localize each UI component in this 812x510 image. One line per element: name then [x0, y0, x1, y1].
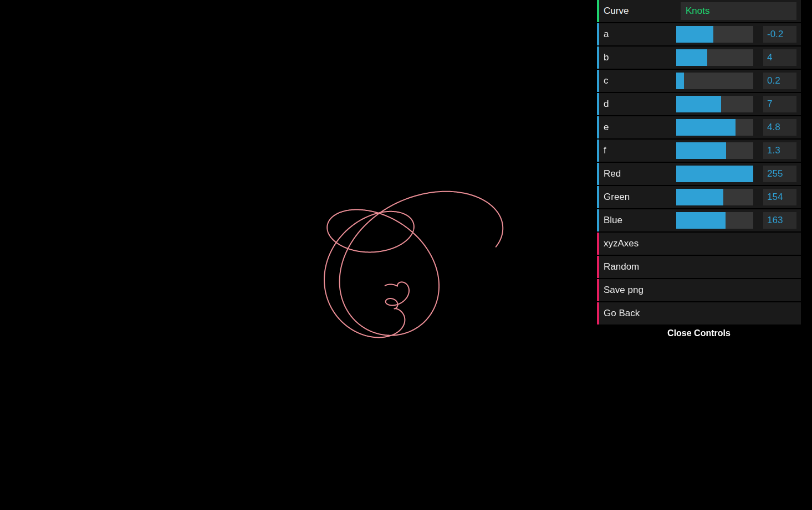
slider-row-c: c 0.2 — [597, 70, 801, 92]
slider-b[interactable] — [676, 49, 753, 66]
slider-f[interactable] — [676, 142, 753, 159]
slider-fill — [676, 49, 707, 66]
curve-row: Curve Knots — [597, 0, 801, 22]
slider-label-b: b — [604, 52, 676, 63]
xyzaxes-button[interactable]: xyzAxes — [597, 233, 801, 255]
slider-label-c: c — [604, 75, 676, 86]
slider-label-red: Red — [604, 168, 676, 179]
xyzaxes-button-label: xyzAxes — [604, 238, 676, 249]
controls-panel: Curve Knots a -0.2 b 4 c 0.2 d 7 e 4.8 f… — [597, 0, 801, 341]
value-field-a[interactable]: -0.2 — [763, 26, 796, 43]
slider-row-e: e 4.8 — [597, 116, 801, 138]
save-png-button-label: Save png — [604, 285, 676, 296]
go-back-button-label: Go Back — [604, 308, 676, 319]
save-png-button[interactable]: Save png — [597, 279, 801, 301]
slider-row-blue: Blue 163 — [597, 209, 801, 231]
value-field-d[interactable]: 7 — [763, 96, 796, 112]
slider-a[interactable] — [676, 26, 753, 43]
slider-row-green: Green 154 — [597, 186, 801, 208]
slider-red[interactable] — [676, 166, 753, 182]
slider-label-f: f — [604, 145, 676, 156]
slider-label-e: e — [604, 122, 676, 133]
slider-fill — [676, 26, 713, 43]
curve-label: Curve — [604, 6, 676, 17]
slider-row-a: a -0.2 — [597, 23, 801, 45]
value-field-f[interactable]: 1.3 — [763, 142, 796, 159]
value-field-e[interactable]: 4.8 — [763, 119, 796, 136]
curve-select[interactable]: Knots — [681, 2, 796, 20]
slider-label-a: a — [604, 29, 676, 40]
random-button[interactable]: Random — [597, 256, 801, 278]
close-controls-button[interactable]: Close Controls — [597, 326, 801, 341]
slider-fill — [676, 96, 721, 112]
value-field-c[interactable]: 0.2 — [763, 73, 796, 89]
slider-blue[interactable] — [676, 212, 753, 229]
go-back-button[interactable]: Go Back — [597, 302, 801, 324]
slider-green[interactable] — [676, 189, 753, 205]
slider-row-f: f 1.3 — [597, 140, 801, 162]
value-field-b[interactable]: 4 — [763, 49, 796, 66]
slider-fill — [676, 166, 753, 182]
slider-label-blue: Blue — [604, 215, 676, 226]
value-field-blue[interactable]: 163 — [763, 212, 796, 229]
slider-row-d: d 7 — [597, 93, 801, 115]
slider-e[interactable] — [676, 119, 753, 136]
slider-fill — [676, 142, 726, 159]
value-field-red[interactable]: 255 — [763, 166, 796, 182]
slider-fill — [676, 189, 723, 205]
random-button-label: Random — [604, 261, 676, 272]
slider-row-red: Red 255 — [597, 163, 801, 185]
slider-label-green: Green — [604, 192, 676, 203]
slider-fill — [676, 119, 736, 136]
value-field-green[interactable]: 154 — [763, 189, 796, 205]
slider-fill — [676, 73, 684, 89]
slider-label-d: d — [604, 99, 676, 110]
slider-row-b: b 4 — [597, 47, 801, 69]
slider-c[interactable] — [676, 73, 753, 89]
slider-fill — [676, 212, 726, 229]
slider-d[interactable] — [676, 96, 753, 112]
